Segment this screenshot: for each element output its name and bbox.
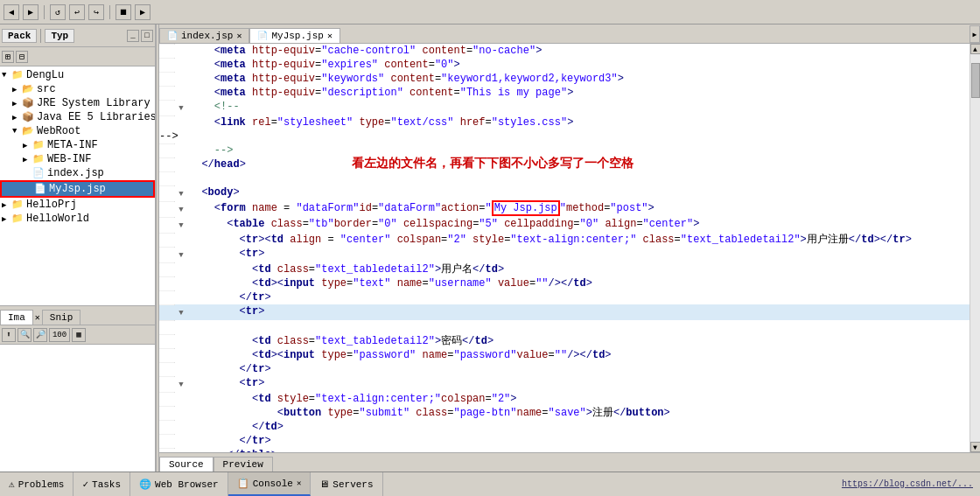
code-line-8: </head> xyxy=(159,157,970,171)
arrow-12[interactable]: ▼ xyxy=(175,217,187,233)
panel-max-btn[interactable]: □ xyxy=(141,30,153,42)
lbt-btn-zoom-in[interactable]: 🔎 xyxy=(33,328,47,342)
console-close-icon[interactable]: ✕ xyxy=(297,479,301,488)
arrow-11[interactable]: ▼ xyxy=(175,201,187,217)
tree-item-helloworld[interactable]: ▶ 📁 HelloWorld xyxy=(0,212,155,226)
jar-icon-jre: 📦 xyxy=(21,97,35,109)
arrow-7 xyxy=(175,143,187,145)
tree-item-webroot[interactable]: ▼ 📂 WebRoot xyxy=(0,124,155,138)
tab-snip[interactable]: Snip xyxy=(42,310,80,325)
toolbar-btn-fwd[interactable]: ▶ xyxy=(23,4,38,20)
arrow-javaee: ▶ xyxy=(12,113,21,122)
arrow-23[interactable]: ▼ xyxy=(175,376,187,392)
arrow-6 xyxy=(175,115,187,117)
tab-close-myjsp[interactable]: ✕ xyxy=(327,31,332,41)
gutter-10 xyxy=(159,185,175,186)
arrow-1 xyxy=(175,44,187,45)
tab-pack[interactable]: Pack xyxy=(2,29,37,43)
content-24: <td style="text-align:center;"colspan="2… xyxy=(187,392,970,406)
tree-item-metainf[interactable]: ▶ 📁 META-INF xyxy=(0,138,155,152)
toolbar-btn-stop[interactable]: ⏹ xyxy=(116,4,131,20)
toolbar-btn-run[interactable]: ▶ xyxy=(135,4,150,20)
tab-webbrowser[interactable]: 🌐 Web Browser xyxy=(130,472,228,496)
toolbar-btn-redo[interactable]: ↪ xyxy=(88,4,104,20)
left-bottom-toolbar: ⬆ 🔍 🔎 100 ▦ xyxy=(0,325,155,345)
bottom-right-link[interactable]: https://blog.csdn.net/... xyxy=(842,479,980,489)
tree-item-webinf[interactable]: ▶ 📁 WEB-INF xyxy=(0,152,155,166)
content-28: </table> xyxy=(187,448,970,452)
code-line-16: <td><input type="text" name="username" v… xyxy=(159,276,970,290)
code-line-1: <meta http-equiv="cache-control" content… xyxy=(159,44,970,58)
tab-indexjsp[interactable]: 📄 index.jsp ✕ xyxy=(159,28,249,43)
tree-item-jre[interactable]: ▶ 📦 JRE System Library [jdk xyxy=(0,96,155,110)
content-14: <tr> xyxy=(187,247,970,261)
tree-item-javaee[interactable]: ▶ 📦 Java EE 5 Libraries xyxy=(0,110,155,124)
lbt-btn-grid[interactable]: ▦ xyxy=(72,328,86,342)
arrow-14[interactable]: ▼ xyxy=(175,247,187,262)
tab-close-indexjsp[interactable]: ✕ xyxy=(236,31,242,41)
tree-item-denglu[interactable]: ▼ 📁 DengLu xyxy=(0,68,155,82)
tab-typ[interactable]: Typ xyxy=(45,29,74,43)
webbrowser-icon: 🌐 xyxy=(139,479,151,490)
tree-item-indexjsp[interactable]: 📄 index.jsp xyxy=(0,166,155,180)
editor-bottom-tabs: Source Preview xyxy=(159,452,980,472)
arrow-4 xyxy=(175,86,187,87)
tree-collapse-btn[interactable]: ⊞ xyxy=(2,51,14,63)
tab-myjsp[interactable]: 📄 MyJsp.jsp ✕ xyxy=(249,28,340,43)
vscroll-thumb[interactable] xyxy=(971,63,980,98)
code-line-11: ▼ <form name = "dataForm"id="dataForm"ac… xyxy=(159,201,970,217)
tab-scroll-btn[interactable]: ▶ xyxy=(970,25,980,43)
toolbar-btn-back[interactable]: ◀ xyxy=(4,4,19,20)
editor-content[interactable]: 看左边的文件名，再看下下图不小心多写了一个空格 <meta http-equiv… xyxy=(159,44,970,452)
code-area[interactable]: <meta http-equiv="cache-control" content… xyxy=(159,44,970,452)
arrow-3 xyxy=(175,72,187,73)
code-line-3: <meta http-equiv="keywords" content="key… xyxy=(159,72,970,86)
panel-min-btn[interactable]: _ xyxy=(127,30,139,42)
tree-item-src[interactable]: ▶ 📂 src xyxy=(0,82,155,96)
tree-item-myjsp[interactable]: 📄 MyJsp.jsp xyxy=(0,180,155,198)
content-8: </head> xyxy=(187,157,970,171)
toolbar-btn-refresh[interactable]: ↺ xyxy=(50,4,66,20)
tab-console[interactable]: 📋 Console ✕ xyxy=(228,472,312,496)
tab-servers[interactable]: 🖥 Servers xyxy=(311,472,382,496)
tab-source[interactable]: Source xyxy=(159,457,214,472)
tab-tasks[interactable]: ✓ Tasks xyxy=(74,472,130,496)
arrow-25 xyxy=(175,406,187,408)
lbt-btn-search[interactable]: 🔍 xyxy=(18,328,32,342)
arrow-jre: ▶ xyxy=(12,99,21,108)
tree-expand-btn[interactable]: ⊟ xyxy=(16,51,28,63)
vscroll-track xyxy=(970,54,981,442)
toolbar-sep-1 xyxy=(44,5,45,19)
arrow-src: ▶ xyxy=(12,85,21,94)
gutter-8 xyxy=(159,157,175,158)
tree-item-helloprj[interactable]: ▶ 📁 HelloPrj xyxy=(0,198,155,212)
servers-label: Servers xyxy=(332,479,373,490)
lbt-btn-100[interactable]: 100 xyxy=(49,328,70,342)
content-20: <td class="text_tabledetail2">密码</td> xyxy=(187,334,970,348)
content-6: <link rel="stylesheet" type="text/css" h… xyxy=(187,115,970,129)
arrow-5[interactable]: ▼ xyxy=(175,100,187,115)
tab-problems[interactable]: ⚠ Problems xyxy=(0,472,74,496)
vscroll-down-btn[interactable]: ▼ xyxy=(970,442,981,452)
content-17: </tr> xyxy=(187,290,970,304)
tab-ima[interactable]: Ima xyxy=(0,310,33,325)
arrow-8 xyxy=(175,157,187,159)
arrow-18[interactable]: ▼ xyxy=(175,304,187,320)
arrow-15 xyxy=(175,262,187,264)
code-line-21: <td><input type="password" name="passwor… xyxy=(159,348,970,362)
folder-icon-metainf: 📁 xyxy=(32,139,46,151)
arrow-10[interactable]: ▼ xyxy=(175,185,187,201)
lbt-btn-up[interactable]: ⬆ xyxy=(2,328,16,342)
code-line-14: ▼ <tr> xyxy=(159,247,970,262)
tab-preview[interactable]: Preview xyxy=(214,457,273,472)
problems-icon: ⚠ xyxy=(9,479,15,490)
label-helloworld: HelloWorld xyxy=(26,213,89,225)
arrow-20 xyxy=(175,334,187,336)
content-12: <table class="tb"border="0" cellspacing=… xyxy=(187,217,970,231)
code-line-24: <td style="text-align:center;"colspan="2… xyxy=(159,392,970,406)
vscroll-up-btn[interactable]: ▲ xyxy=(970,44,981,54)
toolbar-btn-undo[interactable]: ↩ xyxy=(69,4,85,20)
label-denglu: DengLu xyxy=(26,69,64,81)
arrow-22 xyxy=(175,362,187,364)
gutter-11 xyxy=(159,201,175,202)
